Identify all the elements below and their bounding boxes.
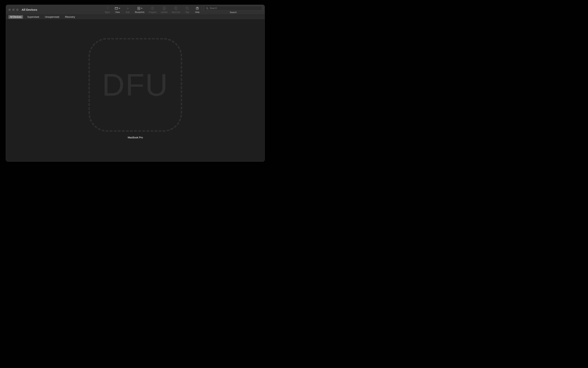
search-icon bbox=[206, 7, 208, 9]
scope-all-devices[interactable]: All Devices bbox=[8, 15, 23, 19]
blueprints-icon bbox=[137, 6, 142, 10]
toolbar: All Devices Back View bbox=[6, 5, 265, 15]
scope-recovery[interactable]: Recovery bbox=[63, 15, 77, 19]
download-icon bbox=[163, 6, 166, 10]
blueprints-button[interactable]: Blueprints bbox=[134, 6, 146, 13]
help-label: Help bbox=[195, 11, 200, 13]
app-window: All Devices Back View bbox=[6, 5, 265, 162]
prepare-label: Prepare bbox=[149, 11, 156, 13]
svg-marker-7 bbox=[152, 8, 153, 9]
device-dfu-icon: DFU bbox=[89, 38, 182, 132]
search-field[interactable] bbox=[204, 6, 262, 10]
scope-unsupervised[interactable]: Unsupervised bbox=[43, 15, 61, 19]
device-name: MacBook Pro bbox=[128, 136, 143, 139]
scope-supervised[interactable]: Supervised bbox=[26, 15, 41, 19]
toolbar-items: Back View Add bbox=[103, 6, 201, 13]
search-input[interactable] bbox=[210, 7, 260, 9]
prepare-icon bbox=[151, 6, 154, 10]
view-label: View bbox=[115, 11, 120, 13]
minimize-window-button[interactable] bbox=[12, 9, 15, 11]
upload-icon bbox=[175, 6, 177, 10]
tag-icon bbox=[186, 6, 189, 10]
view-icon bbox=[115, 6, 120, 10]
update-label: Update bbox=[161, 11, 168, 13]
tag-button[interactable]: Tag bbox=[183, 6, 191, 13]
backup-label: Back Up bbox=[172, 11, 180, 13]
plus-icon bbox=[126, 6, 129, 10]
help-button[interactable]: Help bbox=[193, 6, 201, 13]
add-label: Add bbox=[126, 11, 130, 13]
svg-point-5 bbox=[138, 8, 139, 8]
scope-bar: All Devices Supervised Unsupervised Reco… bbox=[6, 15, 265, 19]
view-button[interactable]: View bbox=[114, 6, 122, 13]
svg-rect-0 bbox=[115, 7, 118, 9]
window-title: All Devices bbox=[22, 8, 37, 11]
back-button[interactable]: Back bbox=[103, 6, 112, 13]
tag-label: Tag bbox=[185, 11, 189, 13]
dfu-badge: DFU bbox=[102, 67, 169, 103]
blueprints-label: Blueprints bbox=[135, 11, 144, 13]
help-icon bbox=[196, 6, 199, 10]
backup-button[interactable]: Back Up bbox=[171, 6, 181, 13]
device-item[interactable]: DFU MacBook Pro bbox=[89, 38, 182, 139]
back-label: Back bbox=[105, 11, 110, 13]
window-controls bbox=[8, 9, 18, 11]
svg-point-12 bbox=[186, 8, 187, 8]
chevron-left-icon bbox=[106, 6, 109, 10]
prepare-button[interactable]: Prepare bbox=[148, 6, 158, 13]
add-button[interactable]: Add bbox=[124, 6, 132, 13]
svg-line-16 bbox=[208, 9, 208, 9]
close-window-button[interactable] bbox=[8, 9, 11, 11]
device-grid: DFU MacBook Pro bbox=[6, 19, 265, 161]
search-label: Search bbox=[230, 11, 237, 13]
update-button[interactable]: Update bbox=[160, 6, 169, 13]
zoom-window-button[interactable] bbox=[16, 9, 18, 11]
